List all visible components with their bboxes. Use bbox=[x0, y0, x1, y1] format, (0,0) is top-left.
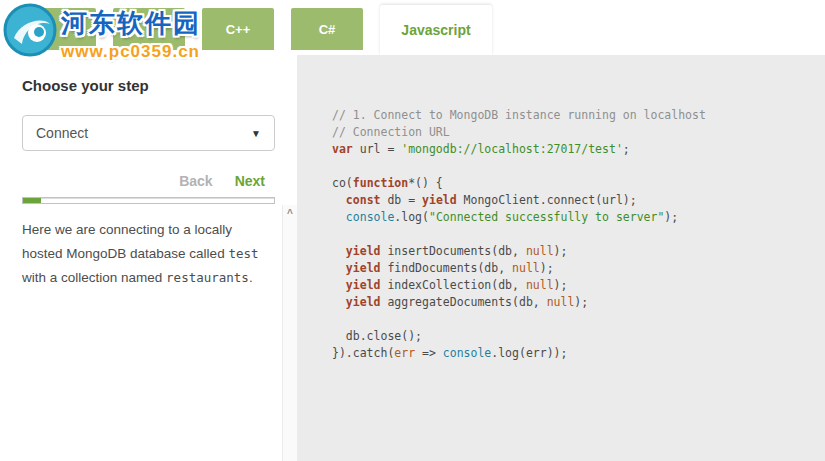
sidebar-scrollbar[interactable]: ^ bbox=[282, 205, 297, 461]
chevron-down-icon: ▼ bbox=[251, 128, 261, 139]
description-text: with a collection named bbox=[22, 270, 166, 285]
step-dropdown[interactable]: Connect ▼ bbox=[22, 115, 275, 151]
code-panel: // 1. Connect to MongoDB instance runnin… bbox=[297, 55, 825, 461]
progress-fill bbox=[23, 198, 41, 203]
tab-javascript[interactable]: Javascript bbox=[380, 5, 492, 55]
language-tabbar: C++ C# Javascript bbox=[0, 0, 825, 55]
step-navigation: Back Next bbox=[22, 173, 275, 189]
tab-language-1[interactable] bbox=[20, 8, 96, 50]
tab-label: C# bbox=[319, 22, 336, 37]
step-sidebar: Choose your step Connect ▼ Back Next Her… bbox=[0, 55, 297, 461]
next-button[interactable]: Next bbox=[235, 173, 265, 189]
description-text: . bbox=[249, 270, 253, 285]
sidebar-heading: Choose your step bbox=[22, 77, 275, 94]
code-block: // 1. Connect to MongoDB instance runnin… bbox=[332, 107, 825, 362]
inline-code-restaurants: restaurants bbox=[166, 270, 249, 285]
tab-label: Javascript bbox=[401, 22, 470, 38]
step-dropdown-value: Connect bbox=[36, 125, 88, 141]
tab-csharp[interactable]: C# bbox=[291, 8, 363, 50]
progress-bar bbox=[22, 197, 275, 204]
description-text: Here we are connecting to a locally host… bbox=[22, 222, 232, 261]
inline-code-test: test bbox=[228, 246, 258, 261]
content-area: Choose your step Connect ▼ Back Next Her… bbox=[0, 55, 825, 461]
scroll-up-arrow-icon[interactable]: ^ bbox=[283, 205, 297, 221]
tab-label: C++ bbox=[226, 22, 251, 37]
tab-language-2[interactable] bbox=[113, 8, 185, 50]
tutorial-page: C++ C# Javascript Choose your step Conne… bbox=[0, 0, 825, 461]
tab-cpp[interactable]: C++ bbox=[202, 8, 274, 50]
back-button[interactable]: Back bbox=[179, 173, 212, 189]
step-description: Here we are connecting to a locally host… bbox=[22, 218, 268, 290]
